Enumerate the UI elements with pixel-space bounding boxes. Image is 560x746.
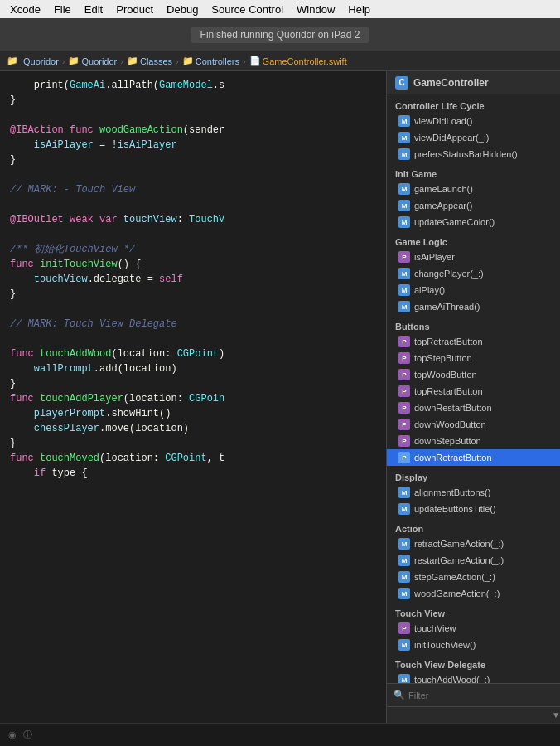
symbol-label: downWoodButton [414, 419, 486, 429]
symbol-item[interactable]: MgameAppear() [387, 197, 560, 214]
breadcrumb-file[interactable]: GameController.swift [263, 56, 347, 66]
code-line: func touchMoved(location: CGPoint, t [0, 451, 386, 466]
breadcrumb-quoridor1[interactable]: Quoridor [23, 56, 59, 66]
code-line: playerPrompt.showHint() [0, 406, 386, 421]
editor-bottom: ◉ ⓘ [0, 723, 560, 746]
breadcrumb-icon-folder: 📁 [7, 56, 18, 66]
code-editor[interactable]: print(GameAi.allPath(GameModel.s} @IBAct… [0, 71, 386, 723]
symbol-type-icon: M [398, 148, 410, 160]
symbol-label: stepGameAction(_:) [414, 572, 495, 582]
breadcrumb-quoridor2[interactable]: Quoridor [81, 56, 117, 66]
menu-product[interactable]: Product [109, 0, 160, 18]
symbol-item[interactable]: MupdateGameColor() [387, 214, 560, 230]
symbol-type-icon: M [398, 487, 410, 498]
symbol-item[interactable]: PdownWoodButton [387, 416, 560, 433]
filter-input[interactable] [408, 690, 553, 700]
symbol-label: topStepButton [414, 353, 472, 363]
symbol-item[interactable]: MrestartGameAction(_:) [387, 552, 560, 569]
symbol-item[interactable]: MstepGameAction(_:) [387, 569, 560, 585]
symbol-label: topRestartButton [414, 386, 483, 396]
code-line: touchView.delegate = self [0, 272, 386, 287]
code-line [0, 227, 386, 242]
section-header-6: Touch View [387, 605, 560, 620]
symbol-item[interactable]: MupdateButtonsTitle() [387, 501, 560, 517]
symbol-item[interactable]: PisAiPlayer [387, 249, 560, 265]
symbol-type-icon: P [398, 251, 410, 263]
menu-help[interactable]: Help [341, 0, 377, 18]
code-line: print(GameAi.allPath(GameModel.s [0, 78, 386, 93]
filter-bar: 🔍 [387, 683, 560, 706]
symbol-type-icon: P [398, 352, 410, 364]
panel-icon: C [395, 76, 408, 90]
toolbar: Finished running Quoridor on iPad 2 [0, 18, 560, 51]
code-line [0, 167, 386, 182]
symbol-item[interactable]: MretractGameAction(_:) [387, 535, 560, 552]
symbol-type-icon: M [398, 639, 410, 651]
symbol-item[interactable]: MwoodGameAction(_:) [387, 585, 560, 602]
symbol-label: viewDidAppear(_:) [414, 133, 489, 143]
symbol-item[interactable]: MgameAiThread() [387, 298, 560, 315]
symbol-label: topRetractButton [414, 337, 483, 346]
menu-source-control[interactable]: Source Control [205, 0, 290, 18]
symbol-label: initTouchView() [414, 640, 476, 650]
breadcrumb-controllers[interactable]: Controllers [196, 56, 239, 66]
menu-xcode[interactable]: Xcode [3, 0, 47, 18]
panel-title: GameController [413, 77, 489, 89]
symbol-type-icon: M [398, 538, 410, 550]
symbol-type-icon: M [398, 268, 410, 279]
symbol-label: aiPlay() [414, 285, 445, 295]
symbol-type-icon: M [398, 674, 410, 683]
symbol-type-icon: M [398, 132, 410, 143]
expand-bar: ▼ [387, 706, 560, 723]
symbol-item[interactable]: MtouchAddWood(_:) [387, 671, 560, 683]
status-circle: ◉ [8, 729, 17, 740]
symbol-type-icon: P [398, 435, 410, 447]
symbol-label: gameLaunch() [414, 184, 473, 194]
menu-file[interactable]: File [47, 0, 78, 18]
code-line: isAiPlayer = !isAiPlayer [0, 138, 386, 153]
code-line: wallPrompt.add(location) [0, 361, 386, 376]
symbol-label: gameAppear() [414, 201, 472, 211]
section-header-5: Action [387, 521, 560, 535]
code-line: func initTouchView() { [0, 257, 386, 272]
section-header-4: Display [387, 469, 560, 484]
breadcrumb-classes[interactable]: Classes [140, 56, 172, 66]
symbol-item[interactable]: PdownRestartButton [387, 400, 560, 416]
symbol-item[interactable]: PtopRestartButton [387, 383, 560, 400]
code-line: func touchAddWood(location: CGPoint) [0, 346, 386, 361]
symbol-type-icon: P [398, 336, 410, 347]
symbol-item[interactable]: MchangePlayer(_:) [387, 265, 560, 282]
symbol-item[interactable]: MviewDidAppear(_:) [387, 129, 560, 146]
symbol-label: updateGameColor() [414, 217, 495, 227]
symbol-label: isAiPlayer [414, 252, 455, 262]
symbol-item[interactable]: MviewDidLoad() [387, 113, 560, 129]
right-panel: C GameController Controller Life CycleMv… [386, 71, 560, 723]
menu-debug[interactable]: Debug [160, 0, 205, 18]
code-line [0, 302, 386, 317]
symbol-label: gameAiThread() [414, 302, 480, 312]
symbol-label: restartGameAction(_:) [414, 555, 504, 565]
main-area: print(GameAi.allPath(GameModel.s} @IBAct… [0, 71, 560, 723]
symbol-item[interactable]: MaiPlay() [387, 282, 560, 298]
menu-window[interactable]: Window [290, 0, 341, 18]
symbol-item[interactable]: PtopWoodButton [387, 366, 560, 383]
symbol-item[interactable]: MinitTouchView() [387, 637, 560, 653]
code-line: chessPlayer.move(location) [0, 421, 386, 436]
code-line [0, 197, 386, 212]
symbol-item[interactable]: PtopRetractButton [387, 333, 560, 350]
section-header-2: Game Logic [387, 234, 560, 249]
breadcrumb-icon-folder4: 📁 [182, 56, 194, 66]
code-line: // MARK: Touch View Delegate [0, 317, 386, 332]
symbol-item[interactable]: PtouchView [387, 620, 560, 637]
symbol-item[interactable]: PtopStepButton [387, 350, 560, 366]
menu-edit[interactable]: Edit [78, 0, 109, 18]
symbol-label: touchView [414, 623, 456, 633]
symbol-item[interactable]: MprefersStatusBarHidden() [387, 146, 560, 162]
symbol-item[interactable]: PdownStepButton [387, 433, 560, 449]
symbol-type-icon: M [398, 571, 410, 583]
symbol-list[interactable]: Controller Life CycleMviewDidLoad()Mview… [387, 94, 560, 683]
symbol-item[interactable]: MgameLaunch() [387, 181, 560, 197]
symbol-type-icon: P [398, 419, 410, 430]
symbol-item[interactable]: PdownRetractButton [387, 449, 560, 466]
symbol-item[interactable]: MalignmentButtons() [387, 484, 560, 501]
